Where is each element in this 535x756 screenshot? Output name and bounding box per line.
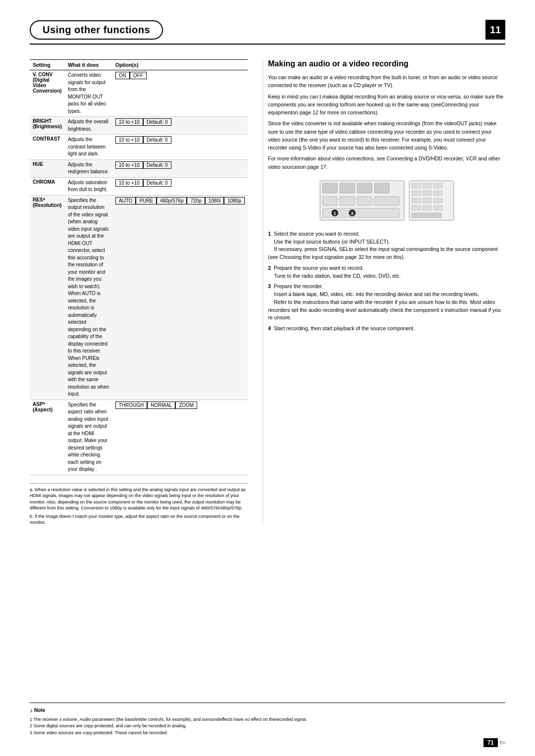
note-items: 1 The receiver s volume, Audio parameter… (30, 716, 505, 737)
left-column: Setting What it does Option(s) V. CONV (… (30, 59, 248, 526)
page-footer: 71 En (483, 738, 505, 747)
svg-rect-17 (433, 183, 442, 188)
page-header: Using other functions 11 (30, 20, 505, 45)
svg-rect-8 (374, 197, 399, 205)
step-number: 2 (268, 265, 274, 271)
col-setting: Setting (30, 60, 65, 70)
step-main-text: Select the source you want to record. (274, 231, 360, 237)
bottom-note: Note 1 The receiver s volume, Audio para… (30, 703, 505, 737)
description-cell: Converts video signals for output from t… (65, 70, 112, 117)
description-cell: Adjusts the contrast between light and d… (65, 135, 112, 160)
footnote-b: b. If the image doesn t match your monit… (30, 513, 248, 526)
svg-text:2: 2 (351, 211, 353, 216)
col-description: What it does (65, 60, 112, 70)
step-detail2: Refer to the instructions that came with… (268, 299, 501, 321)
footnote-b-label: b. (30, 514, 35, 519)
setting-name-cell: V. CONV (Digital Video Conversion) (30, 70, 65, 117)
svg-rect-18 (412, 191, 421, 196)
table-row: RESᵃ (Resolution)Specifies the output re… (30, 195, 248, 400)
option-value: AUTO (115, 197, 136, 204)
option-value: Default: 0 (143, 179, 171, 187)
option-value: 1080i (205, 197, 224, 204)
svg-text:1: 1 (333, 211, 336, 216)
table-row: HUEAdjusts the red/green balance.10 to +… (30, 159, 248, 177)
step-item: 4 Start recording, then start playback o… (268, 325, 505, 333)
intro-paragraphs: You can make an audio or a video recordi… (268, 73, 505, 171)
description-cell: Adjusts saturation from dull to bright. (65, 177, 112, 195)
setting-name-cell: CONTRAST (30, 135, 65, 160)
option-value: Default: 0 (143, 136, 171, 144)
options-cell: 10 to +10Default: 0 (112, 177, 248, 195)
footnotes: a. When a resolution value is selected i… (30, 483, 248, 526)
step-sub: Use the input source buttons (or INPUT S… (268, 239, 390, 245)
option-value: ZOOM (175, 402, 197, 409)
svg-rect-15 (412, 183, 421, 188)
svg-rect-24 (412, 205, 421, 210)
main-content: Setting What it does Option(s) V. CONV (… (30, 59, 505, 526)
step-number: 3 (268, 283, 274, 289)
note-item: 2 Some digital sources are copy-protecte… (30, 723, 505, 730)
option-value: OFF (130, 72, 147, 79)
svg-rect-27 (412, 213, 441, 218)
svg-rect-16 (423, 183, 431, 188)
setting-name-cell: BRIGHT (Brightness) (30, 117, 65, 135)
step-main-text: Prepare the recorder. (274, 283, 323, 289)
option-value: Default: 0 (143, 118, 171, 126)
footer-page-number: 71 (483, 738, 498, 747)
svg-rect-25 (423, 205, 431, 210)
note-item: 1 The receiver s volume, Audio parameter… (30, 716, 505, 723)
chapter-number: 11 (485, 20, 505, 40)
options-cell: AUTOPURE480p/576p720p1080i1080p (112, 195, 248, 400)
step-sub: Tune to the radio station, load the CD, … (268, 273, 401, 279)
footnote-b-text: If the image doesn t match your monitor … (30, 514, 239, 525)
description-cell: Adjusts the red/green balance. (65, 159, 112, 177)
setting-name-cell: ASPᵇ (Aspect) (30, 400, 65, 475)
svg-rect-1 (322, 183, 337, 193)
option-value: 720p (187, 197, 205, 204)
table-row: ASPᵇ (Aspect)Specifies the aspect ratio … (30, 400, 248, 475)
svg-rect-23 (433, 198, 442, 203)
options-cell: THROUGHNORMALZOOM (112, 400, 248, 475)
footnote-a-label: a. (30, 487, 35, 492)
svg-rect-4 (374, 183, 389, 193)
description-cell: Adjusts the overall brightness. (65, 117, 112, 135)
setting-name-cell: CHROMA (30, 177, 65, 195)
table-header-row: Setting What it does Option(s) (30, 60, 248, 70)
options-cell: 10 to +10Default: 0 (112, 135, 248, 160)
svg-rect-2 (340, 183, 355, 193)
device-image: 1 2 (268, 176, 505, 225)
option-value: 10 to +10 (115, 136, 143, 144)
step-item: 2 Prepare the source you want to record.… (268, 264, 505, 280)
right-column: Making an audio or a video recording You… (263, 59, 505, 526)
step-detail: Insert a blank tape, MD, video, etc. int… (268, 291, 479, 297)
step-detail: If necessary, press SIGNAL SELto select … (268, 246, 498, 260)
table-row: CONTRASTAdjusts the contrast between lig… (30, 135, 248, 160)
intro-paragraph: For more information about video connect… (268, 154, 505, 171)
col-options: Option(s) (112, 60, 248, 70)
step-number: 1 (268, 231, 274, 237)
device-diagram: 1 2 (318, 176, 456, 225)
setting-name-cell: HUE (30, 159, 65, 177)
option-value: PURE (136, 197, 157, 204)
step-number: 4 (268, 325, 274, 331)
option-value: 10 to +10 (115, 161, 143, 169)
table-row: BRIGHT (Brightness)Adjusts the overall b… (30, 117, 248, 135)
step-main-text: Start recording, then start playback of … (274, 325, 415, 331)
svg-rect-22 (423, 198, 431, 203)
option-value: 10 to +10 (115, 179, 143, 187)
options-cell: 10 to +10Default: 0 (112, 117, 248, 135)
settings-table: Setting What it does Option(s) V. CONV (… (30, 59, 248, 475)
option-value: ON (115, 72, 130, 79)
option-value: 480p/576p (157, 197, 187, 204)
intro-paragraph: Keep in mind you can t makea digital rec… (268, 93, 505, 117)
description-cell: Specifies the aspect ratio when analog v… (65, 400, 112, 475)
intro-paragraph: You can make an audio or a video recordi… (268, 73, 505, 90)
svg-rect-7 (357, 197, 372, 205)
table-row: V. CONV (Digital Video Conversion)Conver… (30, 70, 248, 117)
svg-rect-5 (322, 197, 337, 205)
footnote-a: a. When a resolution value is selected i… (30, 487, 248, 511)
svg-rect-26 (433, 205, 442, 210)
svg-rect-19 (423, 191, 431, 196)
note-label: Note (30, 706, 45, 715)
option-value: NORMAL (147, 402, 175, 409)
